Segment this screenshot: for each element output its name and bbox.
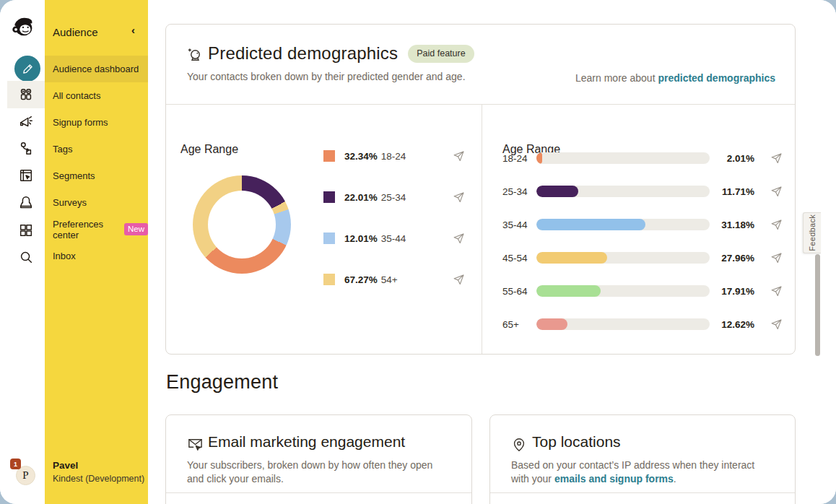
- card-title: Predicted demographics: [208, 43, 398, 64]
- sidebar-nav: Audience dashboardAll contactsSignup for…: [45, 56, 148, 269]
- app-window: P 1 Audience ‹ Audience dashboardAll con…: [0, 0, 836, 504]
- legend-age-range: 25-34: [381, 192, 406, 203]
- content-studio-icon: [18, 195, 34, 211]
- rail-item-integrations[interactable]: [7, 217, 45, 244]
- legend-swatch: [323, 274, 335, 285]
- bar-fill: [536, 152, 542, 164]
- bar-row: 25-34 11.71%: [502, 184, 783, 199]
- legend-age-range: 54+: [381, 274, 398, 285]
- main-content: Predicted demographics Paid feature Your…: [148, 0, 836, 504]
- legend-percent: 12.01%: [344, 233, 378, 244]
- megaphone-icon: [18, 114, 34, 130]
- website-icon: [18, 168, 34, 183]
- bar-percent-value: 12.62%: [710, 319, 754, 330]
- audience-icon: [18, 87, 34, 103]
- send-campaign-button[interactable]: [770, 252, 783, 264]
- bar-track: [536, 252, 710, 264]
- sidebar-item-label: Preferences center: [53, 219, 121, 240]
- bar-percent-value: 11.71%: [710, 186, 754, 197]
- bar-row: 55-64 17.91%: [502, 284, 783, 298]
- send-campaign-button[interactable]: [770, 186, 783, 198]
- email-card-title: Email marketing engagement: [208, 433, 405, 451]
- top-locations-card: Top locations Based on your contact’s IP…: [489, 414, 796, 504]
- pencil-icon: [22, 63, 34, 75]
- rail-item-website[interactable]: [7, 162, 45, 189]
- legend-percent: 32.34%: [344, 151, 378, 162]
- bars-panel: Age Range 18-24 2.01% 25-34 11.71% 35-44…: [482, 25, 796, 354]
- sidebar-item-tags[interactable]: Tags: [45, 136, 148, 162]
- rail-item-audience[interactable]: [7, 81, 45, 108]
- send-campaign-button[interactable]: [453, 191, 465, 204]
- send-campaign-button[interactable]: [770, 285, 783, 297]
- bar-age-label: 25-34: [502, 186, 536, 197]
- emails-signup-forms-link[interactable]: emails and signup forms: [554, 473, 674, 485]
- legend-row: 22.01% 25-34: [323, 190, 465, 204]
- feedback-tab[interactable]: Feedback: [803, 212, 821, 253]
- sidebar-item-surveys[interactable]: Surveys: [45, 189, 148, 216]
- send-campaign-button[interactable]: [770, 152, 783, 165]
- bar-track: [536, 219, 710, 230]
- search-icon: [18, 249, 34, 265]
- legend-age-range: 35-44: [381, 233, 406, 244]
- new-badge: New: [124, 223, 148, 235]
- sidebar-title: Audience: [53, 26, 98, 38]
- bar-track: [536, 318, 710, 330]
- legend-row: 67.27% 54+: [323, 272, 465, 287]
- sidebar-item-audience-dashboard[interactable]: Audience dashboard: [45, 56, 148, 82]
- sidebar-header: Audience ‹: [45, 22, 148, 43]
- legend-swatch: [323, 191, 335, 203]
- rail-item-campaigns[interactable]: [7, 108, 45, 136]
- create-button[interactable]: [14, 56, 40, 82]
- locations-card-title: Top locations: [532, 433, 621, 451]
- legend-row: 12.01% 35-44: [323, 231, 465, 246]
- paid-feature-badge: Paid feature: [408, 45, 474, 63]
- bar-age-label: 65+: [502, 319, 536, 330]
- legend-row: 32.34% 18-24: [323, 149, 465, 163]
- sidebar-item-inbox[interactable]: Inbox: [45, 243, 148, 269]
- bar-fill: [536, 186, 578, 197]
- mailchimp-logo-icon[interactable]: [9, 13, 37, 40]
- legend-percent: 22.01%: [344, 192, 378, 203]
- bar-fill: [536, 252, 607, 264]
- bar-percent-value: 2.01%: [710, 153, 754, 164]
- location-pin-icon: [511, 437, 527, 456]
- notification-badge[interactable]: 1: [10, 459, 21, 469]
- send-campaign-button[interactable]: [453, 274, 465, 286]
- scrollbar-thumb[interactable]: [815, 254, 820, 356]
- send-campaign-button[interactable]: [770, 219, 783, 231]
- user-org: Kindest (Development): [53, 474, 144, 484]
- paper-plane-icon: [453, 233, 465, 245]
- bar-fill: [536, 219, 645, 230]
- paper-plane-icon: [770, 152, 783, 165]
- sidebar-item-signup-forms[interactable]: Signup forms: [45, 109, 148, 136]
- send-campaign-button[interactable]: [453, 150, 465, 162]
- bar-percent-value: 17.91%: [710, 286, 754, 297]
- sidebar-item-all-contacts[interactable]: All contacts: [45, 82, 148, 109]
- rail-item-search[interactable]: [7, 243, 45, 271]
- paper-plane-icon: [770, 186, 783, 198]
- paper-plane-icon: [770, 318, 783, 331]
- sidebar-item-label: Inbox: [53, 251, 76, 261]
- rail-item-automations[interactable]: [7, 135, 45, 162]
- bar-percent-value: 31.18%: [710, 220, 754, 230]
- feedback-label: Feedback: [808, 214, 817, 251]
- user-info[interactable]: Pavel Kindest (Development): [53, 460, 144, 484]
- email-card-divider: [166, 492, 471, 493]
- user-name: Pavel: [53, 460, 144, 471]
- age-range-donut-chart: [193, 175, 291, 274]
- paper-plane-icon: [453, 274, 465, 286]
- card-subtitle: Your contacts broken down by their predi…: [187, 71, 466, 82]
- engagement-heading: Engagement: [166, 371, 278, 394]
- sidebar-item-label: All contacts: [53, 90, 100, 101]
- sidebar-item-preferences-center[interactable]: Preferences centerNew: [45, 216, 148, 243]
- send-campaign-button[interactable]: [453, 233, 465, 245]
- sidebar-item-segments[interactable]: Segments: [45, 162, 148, 189]
- legend-swatch: [323, 150, 335, 162]
- donut-legend: 32.34% 18-24 22.01% 25-34 12.01% 35-44 6…: [323, 149, 465, 313]
- rail-item-content-studio[interactable]: [7, 189, 45, 217]
- collapse-sidebar-icon[interactable]: ‹: [131, 24, 135, 36]
- legend-age-range: 18-24: [381, 151, 406, 162]
- bar-age-label: 18-24: [502, 153, 536, 164]
- send-campaign-button[interactable]: [770, 318, 783, 331]
- sidebar-item-label: Surveys: [53, 197, 87, 208]
